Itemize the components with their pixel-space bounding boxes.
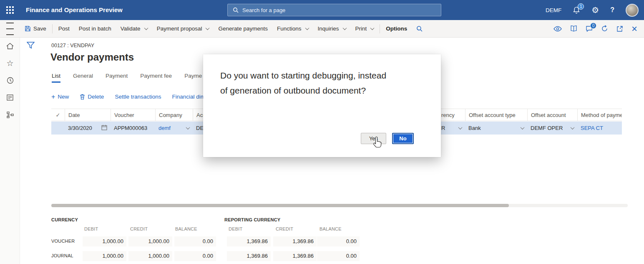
no-button[interactable]: No <box>392 133 414 144</box>
post-in-batch-button[interactable]: Post in batch <box>74 20 116 37</box>
sidebar-item-workspaces[interactable] <box>0 89 20 106</box>
date-value: 3/30/2020 <box>68 125 92 131</box>
column-header-offset-account-type[interactable]: Offset account type <box>465 109 527 121</box>
column-header-date[interactable]: Date <box>65 109 111 121</box>
company-link[interactable]: demf <box>158 125 171 131</box>
open-in-new-icon <box>616 25 623 32</box>
validate-menu-button[interactable]: Validate <box>116 20 152 37</box>
journal-reporting-debit: 1,369.86 <box>227 251 271 261</box>
search-icon <box>233 7 239 13</box>
column-header-currency[interactable]: rency <box>441 109 465 121</box>
scrollbar-thumb[interactable] <box>51 204 509 207</box>
tab-general[interactable]: General <box>73 73 93 83</box>
gear-icon: ⚙ <box>591 6 599 14</box>
avatar[interactable] <box>626 4 639 17</box>
cell-offset-account-type[interactable]: Bank <box>465 122 527 135</box>
functions-menu-button[interactable]: Functions <box>272 20 313 37</box>
refresh-button[interactable] <box>601 25 608 32</box>
cell-currency[interactable]: R <box>441 122 465 135</box>
print-menu-button[interactable]: Print <box>351 20 379 37</box>
sidebar-item-recent[interactable] <box>0 72 20 89</box>
divider <box>380 24 380 33</box>
column-header-offset-account[interactable]: Offset account <box>527 109 577 121</box>
app-title[interactable]: Finance and Operations Preview <box>26 6 123 13</box>
inquiries-menu-button[interactable]: Inquiries <box>313 20 351 37</box>
column-header-company[interactable]: Company <box>155 109 193 121</box>
close-icon[interactable]: × <box>631 25 637 33</box>
tab-payment[interactable]: Payment <box>106 73 128 83</box>
dialog-buttons: Yes No <box>361 133 414 144</box>
help-button[interactable]: ? <box>610 6 614 14</box>
column-debit: DEBIT <box>84 226 98 231</box>
chevron-down-icon[interactable] <box>186 125 190 129</box>
voucher-debit: 1,000.00 <box>83 236 126 246</box>
delete-button[interactable]: Delete <box>80 94 104 100</box>
chevron-down-icon <box>342 26 347 30</box>
delete-label: Delete <box>88 94 104 100</box>
tab-payment-fee[interactable]: Payment fee <box>140 73 172 83</box>
cell-method-of-payment[interactable]: SEPA CT <box>577 122 622 135</box>
options-button[interactable]: Options <box>381 20 412 37</box>
tab-payments[interactable]: Payme <box>184 73 202 83</box>
yes-button[interactable]: Yes <box>361 133 386 144</box>
chevron-down-icon <box>370 26 375 30</box>
horizontal-scrollbar[interactable] <box>51 204 628 207</box>
cell-date[interactable]: 3/30/2020 <box>65 122 111 135</box>
page-search-box[interactable]: Search for a page <box>227 4 441 16</box>
column-header-method-of-payment[interactable]: Method of paymer <box>577 109 622 121</box>
actionbar-right-cluster: 0 × <box>553 25 644 33</box>
sidebar-item-home[interactable] <box>0 38 20 55</box>
view-button[interactable] <box>553 26 562 32</box>
chevron-down-icon <box>305 26 309 30</box>
post-in-batch-label: Post in batch <box>79 25 111 32</box>
chevron-down-icon <box>206 26 210 30</box>
payment-proposal-menu-button[interactable]: Payment proposal <box>152 20 214 37</box>
open-in-new-window-button[interactable] <box>616 25 623 32</box>
cell-offset-account[interactable]: DEMF OPER <box>527 122 577 135</box>
grid-toolbar: + New Delete Settle transactions Financi… <box>51 94 209 100</box>
waffle-icon <box>6 6 14 14</box>
journal-reporting-balance: 0.00 <box>317 251 360 261</box>
voucher-credit: 1,000.00 <box>128 236 172 246</box>
new-button[interactable]: + New <box>51 94 69 100</box>
notifications-button[interactable]: 1 <box>573 6 580 14</box>
save-button[interactable]: Save <box>20 20 51 37</box>
nav-menu-button[interactable] <box>0 20 20 38</box>
cell-company[interactable]: demf <box>155 122 193 135</box>
options-label: Options <box>386 25 407 32</box>
settings-button[interactable]: ⚙ <box>591 6 599 14</box>
action-pane: Save Post Post in batch Validate Payment… <box>0 20 644 38</box>
chevron-down-icon[interactable] <box>571 125 575 129</box>
generate-payments-button[interactable]: Generate payments <box>214 20 272 37</box>
select-all-column[interactable]: ✓ <box>51 109 65 121</box>
app-launcher-button[interactable] <box>0 0 20 20</box>
journal-debit: 1,000.00 <box>83 251 126 261</box>
open-office-button[interactable] <box>570 25 577 32</box>
post-button[interactable]: Post <box>54 20 74 37</box>
tab-list[interactable]: List <box>52 73 60 83</box>
chevron-down-icon[interactable] <box>458 125 463 129</box>
sidebar-item-favorites[interactable]: ☆ <box>0 55 20 72</box>
generate-payments-label: Generate payments <box>218 25 268 32</box>
voucher-reporting-balance: 0.00 <box>317 236 360 246</box>
company-selector[interactable]: DEMF <box>546 7 561 13</box>
settle-transactions-label: Settle transactions <box>115 94 161 100</box>
currency-section-title: CURRENCY <box>51 217 78 222</box>
column-credit: CREDIT <box>130 226 148 231</box>
column-header-voucher[interactable]: Voucher <box>111 109 155 121</box>
cell-voucher[interactable]: APPM000063 <box>111 122 155 135</box>
settle-transactions-button[interactable]: Settle transactions <box>115 94 161 100</box>
chevron-down-icon[interactable] <box>521 125 525 129</box>
debug-confirmation-dialog: Do you want to starting debugging, inste… <box>203 54 441 157</box>
voucher-balance: 0.00 <box>174 236 216 246</box>
filter-button[interactable] <box>27 42 35 51</box>
attachments-button[interactable]: 0 <box>586 25 593 32</box>
action-search-button[interactable] <box>412 20 427 37</box>
sidebar-item-modules[interactable] <box>0 106 20 123</box>
top-navigation-bar: Finance and Operations Preview Search fo… <box>0 0 644 20</box>
plus-icon: + <box>51 94 55 100</box>
calendar-icon[interactable] <box>101 124 107 132</box>
star-icon: ☆ <box>6 58 13 68</box>
row-select-cell[interactable] <box>51 122 65 135</box>
method-of-payment-link[interactable]: SEPA CT <box>581 125 603 131</box>
